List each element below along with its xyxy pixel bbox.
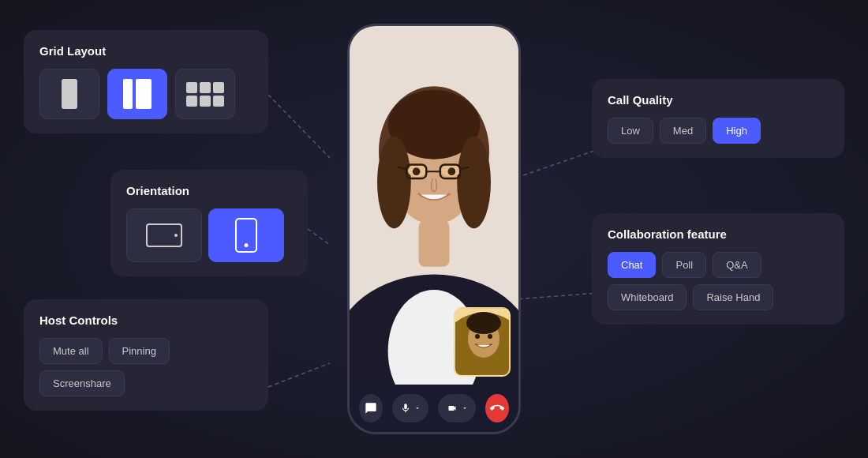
host-controls-title: Host Controls — [39, 313, 253, 327]
chat-ctrl-btn[interactable] — [359, 394, 383, 422]
svg-rect-7 — [419, 220, 450, 266]
grid-single-btn[interactable] — [39, 69, 99, 119]
portrait-dot — [245, 243, 249, 247]
portrait-btn[interactable] — [208, 208, 284, 262]
grid-split-btn[interactable] — [107, 69, 167, 119]
single-col-icon — [62, 79, 77, 109]
collab-row2: Whiteboard Raise Hand — [608, 284, 829, 310]
poll-btn[interactable]: Poll — [662, 252, 706, 278]
mic-chevron-icon — [414, 405, 421, 411]
portrait-icon — [235, 218, 257, 253]
grid-multi-btn[interactable] — [175, 69, 235, 119]
orientation-panel: Orientation — [110, 170, 308, 276]
grid-icon — [186, 82, 224, 107]
end-call-btn[interactable] — [485, 394, 509, 422]
screenshare-btn[interactable]: Screenshare — [39, 370, 125, 396]
call-quality-title: Call Quality — [608, 93, 829, 107]
cam-chevron-icon — [462, 405, 468, 411]
collaboration-panel: Collaboration feature Chat Poll Q&A Whit… — [592, 213, 844, 325]
svg-line-0 — [268, 95, 330, 158]
svg-point-12 — [377, 136, 411, 228]
pip-video — [454, 307, 511, 377]
call-quality-buttons: Low Med High — [608, 118, 829, 144]
orientation-title: Orientation — [126, 184, 292, 197]
svg-point-27 — [475, 334, 480, 339]
split-icon — [123, 79, 152, 109]
svg-point-13 — [457, 136, 491, 228]
mic-icon — [400, 402, 411, 415]
split-left — [123, 79, 133, 109]
qa-btn[interactable]: Q&A — [713, 252, 761, 278]
grid-layout-panel: Grid Layout — [24, 30, 268, 133]
end-call-icon — [490, 401, 504, 415]
pinning-btn[interactable]: Pinning — [109, 338, 170, 364]
svg-point-28 — [488, 334, 492, 339]
pip-person — [455, 309, 511, 377]
orientation-options — [126, 208, 292, 262]
whiteboard-btn[interactable]: Whiteboard — [608, 284, 687, 310]
split-right — [136, 79, 152, 109]
grid-layout-options — [39, 69, 253, 119]
mute-all-btn[interactable]: Mute all — [39, 338, 103, 364]
landscape-dot — [174, 234, 178, 237]
host-controls-panel: Host Controls Mute all Pinning Screensha… — [24, 299, 268, 411]
chat-ctrl-icon — [365, 402, 377, 415]
landscape-icon — [146, 223, 182, 247]
host-controls-buttons: Mute all Pinning Screenshare — [39, 338, 253, 396]
camera-ctrl-btn[interactable] — [438, 394, 476, 422]
quality-low-btn[interactable]: Low — [608, 118, 653, 144]
camera-icon — [446, 404, 458, 413]
landscape-btn[interactable] — [126, 208, 202, 262]
collab-title: Collaboration feature — [608, 227, 829, 241]
mic-ctrl-btn[interactable] — [392, 394, 428, 422]
svg-point-26 — [466, 312, 501, 334]
raise-hand-btn[interactable]: Raise Hand — [693, 284, 773, 310]
quality-high-btn[interactable]: High — [713, 118, 761, 144]
quality-med-btn[interactable]: Med — [660, 118, 706, 144]
collab-row1: Chat Poll Q&A — [608, 252, 829, 278]
phone-device — [347, 24, 521, 434]
svg-point-21 — [413, 167, 421, 175]
call-quality-panel: Call Quality Low Med High — [592, 79, 844, 158]
phone-controls-bar — [350, 385, 518, 432]
svg-line-1 — [308, 229, 330, 245]
svg-point-22 — [448, 167, 456, 175]
svg-line-2 — [268, 363, 330, 387]
chat-btn[interactable]: Chat — [608, 252, 656, 278]
video-area — [350, 26, 518, 385]
grid-layout-title: Grid Layout — [39, 44, 253, 58]
